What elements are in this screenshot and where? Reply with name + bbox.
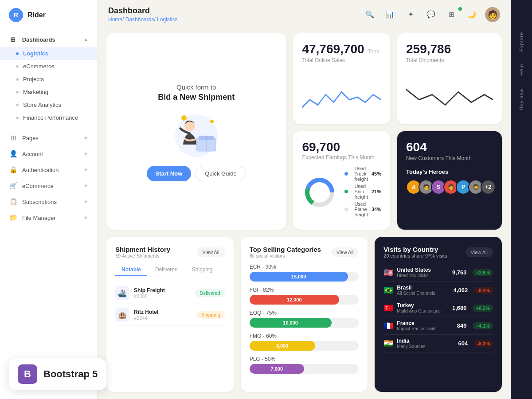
selling-title: Top Selling Categories <box>250 246 321 253</box>
dashboards-group[interactable]: ⊞ Dashboards ▲ <box>0 32 97 47</box>
promo-illustration <box>165 109 227 158</box>
heroes-avatars: A 🧑 S 👩 P 🧔 +2 <box>406 180 493 195</box>
nav-file-manager[interactable]: 📁 File Manager ▼ <box>0 210 97 226</box>
country-france-info: France Impact Radius visits <box>397 320 436 331</box>
nav-label-ecommerce2: eCommerce <box>22 183 83 189</box>
dashboards-icon: ⊞ <box>9 35 17 43</box>
start-now-button[interactable]: Start Now <box>147 166 192 181</box>
ecommerce-chevron: ▼ <box>83 183 88 188</box>
sidebar: R Rider ⊞ Dashboards ▲ Logistics eCommer… <box>0 0 98 399</box>
ship-status-1: Delivered <box>195 289 224 297</box>
flag-turkey: 🇹🇷 <box>383 303 393 313</box>
sales-value: 47,769,700 <box>302 42 364 56</box>
buy-now-label[interactable]: Buy now <box>516 83 527 115</box>
user-avatar[interactable]: 🧑 <box>485 7 500 22</box>
donut-chart <box>302 175 337 210</box>
country-titles: Visits by Country 20 countries share 97%… <box>383 246 447 258</box>
shipments-value: 259,786 <box>406 42 493 56</box>
shipment-history-card: Shipment History 59 Active Shipments Vie… <box>106 237 234 392</box>
tab-shipping[interactable]: Shipping <box>186 264 219 276</box>
theme-icon[interactable]: 🌙 <box>465 8 479 22</box>
flag-india: 🇮🇳 <box>383 339 393 348</box>
country-brasil: 🇧🇷 Brasil All Social Channels 4,062 -0.4… <box>383 282 493 299</box>
settings-icon[interactable]: ✦ <box>403 8 418 22</box>
nav-pages[interactable]: ⊞ Pages ▼ <box>0 130 97 146</box>
earnings-value: 69,700 <box>302 140 381 154</box>
tab-notable[interactable]: Notable <box>115 264 147 276</box>
dashboard: Quick form to Bid a New Shipment <box>98 26 511 399</box>
account-chevron: ▼ <box>83 151 88 156</box>
country-india-info: India Many Sources <box>397 338 425 349</box>
nav-label-subscriptions: Subscriptions <box>22 199 83 205</box>
sidebar-item-logistics[interactable]: Logistics <box>0 47 97 60</box>
ship-info-1: Ship Freight #2808 <box>134 287 165 299</box>
subscriptions-icon: 📋 <box>9 197 18 206</box>
ship-status-2: Shipping <box>197 311 225 319</box>
sidebar-item-store-analytics[interactable]: Store Analytics <box>0 98 97 111</box>
sidebar-label-marketing: Marketing <box>23 89 48 95</box>
bar-fmg: FMG - 60% 8,000 <box>250 333 359 351</box>
sales-unit: Tons <box>368 48 379 55</box>
account-icon: 👤 <box>9 149 18 158</box>
dashboards-chevron: ▲ <box>83 37 88 42</box>
grid-icon[interactable]: ⊞ <box>444 8 458 22</box>
bar-fgi: FGI - 82% 12,000 <box>250 287 359 305</box>
truck-dot <box>344 172 348 176</box>
nav-account[interactable]: 👤 Account ▼ <box>0 146 97 162</box>
file-manager-icon: 📁 <box>9 213 18 222</box>
sidebar-label-store: Store Analytics <box>23 102 61 108</box>
sidebar-label-projects: Projects <box>23 76 44 82</box>
sidebar-item-projects[interactable]: Projects <box>0 73 97 86</box>
analytics-icon[interactable]: 📊 <box>383 8 397 22</box>
history-titles: Shipment History 59 Active Shipments <box>115 246 170 258</box>
country-view-all[interactable]: View All <box>466 247 493 257</box>
ship-dot <box>344 190 348 193</box>
sidebar-item-ecommerce[interactable]: eCommerce <box>0 60 97 73</box>
total-shipments-card: 259,786 Total Shipments <box>397 33 502 124</box>
ship-info-2: Ritz Hotel #2244 <box>134 309 158 321</box>
history-view-all[interactable]: View All <box>197 247 224 257</box>
history-title: Shipment History <box>115 246 170 253</box>
freight-ship: Used Ship freight 21% <box>344 184 381 200</box>
logo[interactable]: R Rider <box>0 0 97 30</box>
bootstrap-watermark: B Bootstrap 5 <box>9 358 106 390</box>
sidebar-item-finance[interactable]: Finance Performance <box>0 111 97 124</box>
country-india: 🇮🇳 India Many Sources 604 -8.3% <box>383 335 493 352</box>
country-header: Visits by Country 20 countries share 97%… <box>383 246 493 258</box>
sidebar-item-marketing[interactable]: Marketing <box>0 86 97 98</box>
tab-delivered[interactable]: Delivered <box>149 264 184 276</box>
heroes-section-label: Today's Heroes <box>406 168 493 175</box>
main-content: Dashboard Home/ Dashboards/ Logistics 🔍 … <box>98 0 511 399</box>
dot-ecommerce <box>16 65 19 68</box>
subscriptions-chevron: ▼ <box>83 199 88 204</box>
nav-subscriptions[interactable]: 📋 Subscriptions ▼ <box>0 194 97 210</box>
shipment-row-1: 🚢 Ship Freight #2808 Delivered <box>115 282 225 304</box>
ship-id-1: #2808 <box>134 293 165 299</box>
dot-marketing <box>16 91 19 94</box>
nav-ecommerce[interactable]: 🛒 eCommerce ▼ <box>0 178 97 194</box>
online-indicator <box>458 7 462 11</box>
selling-view-all[interactable]: View All <box>331 247 359 257</box>
promo-buttons: Start Now Quick Guide <box>147 166 246 181</box>
dot-projects <box>16 78 19 81</box>
country-us-info: United States Direct link clicks <box>397 267 431 278</box>
selling-subtitle: 8k social visitors <box>250 253 321 258</box>
nav-authentication[interactable]: 🔒 Authentication ▼ <box>0 162 97 178</box>
sidebar-label-logistics: Logistics <box>23 50 48 57</box>
ship-name-1: Ship Freight <box>134 287 165 293</box>
explore-label[interactable]: Explore <box>516 27 527 57</box>
header-right: 🔍 📊 ✦ 💬 ⊞ 🌙 🧑 <box>363 7 500 22</box>
pages-icon: ⊞ <box>9 133 18 142</box>
country-brasil-info: Brasil All Social Channels <box>397 285 435 296</box>
header-left: Dashboard Home/ Dashboards/ Logistics <box>108 6 178 23</box>
shipment-row-2: 🏨 Ritz Hotel #2244 Shipping <box>115 304 225 326</box>
selling-titles: Top Selling Categories 8k social visitor… <box>250 246 321 258</box>
search-icon[interactable]: 🔍 <box>363 8 377 22</box>
messages-icon[interactable]: 💬 <box>424 8 438 22</box>
freight-truck: Used Truck freight 45% <box>344 166 381 182</box>
nav-label-auth: Authentication <box>22 167 83 173</box>
heroes-card: 604 New Customers This Month Today's Her… <box>397 131 502 230</box>
auth-icon: 🔒 <box>9 165 18 174</box>
quick-guide-button[interactable]: Quick Guide <box>196 166 246 181</box>
help-label[interactable]: Help <box>516 59 527 81</box>
